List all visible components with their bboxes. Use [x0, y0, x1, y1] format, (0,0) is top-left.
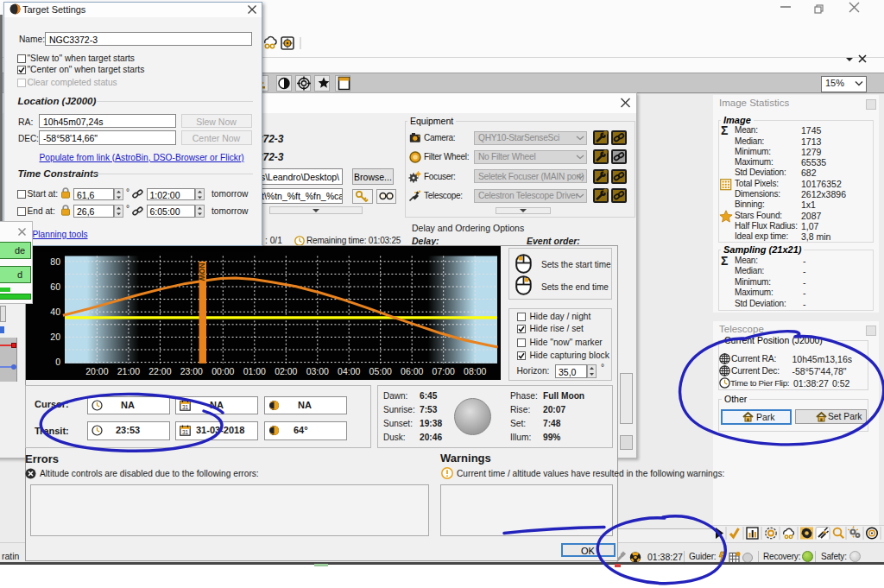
svg-text:20:00: 20:00 — [85, 365, 108, 376]
svg-text:20: 20 — [50, 332, 60, 342]
svg-text:07:00: 07:00 — [433, 365, 455, 376]
svg-text:31: 31 — [182, 429, 189, 435]
svg-text:60: 60 — [50, 281, 60, 291]
svg-text:21:00: 21:00 — [117, 365, 140, 376]
svg-text:08:00: 08:00 — [464, 365, 486, 376]
svg-text:01:00: 01:00 — [243, 365, 266, 376]
svg-text:31: 31 — [182, 404, 189, 410]
svg-text:80: 80 — [50, 256, 60, 266]
svg-text:23:00: 23:00 — [180, 365, 203, 376]
svg-text:04:00: 04:00 — [338, 365, 360, 376]
svg-text:0: 0 — [55, 357, 60, 367]
svg-text:03:00: 03:00 — [306, 365, 329, 376]
svg-text:NOW: NOW — [198, 262, 206, 281]
svg-text:05:00: 05:00 — [369, 365, 392, 376]
svg-text:06:00: 06:00 — [401, 365, 423, 376]
svg-text:40: 40 — [50, 307, 60, 317]
svg-text:00:00: 00:00 — [212, 365, 234, 376]
svg-text:02:00: 02:00 — [275, 365, 297, 376]
svg-text:22:00: 22:00 — [148, 365, 171, 376]
